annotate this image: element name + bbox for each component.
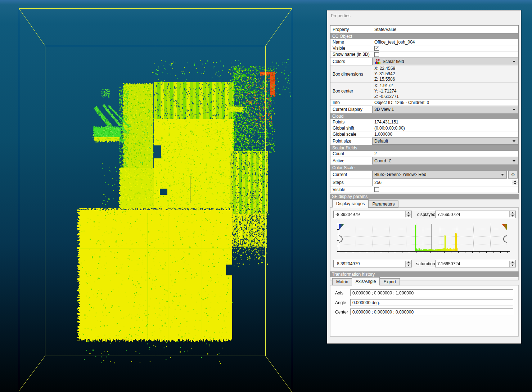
row-name: Name Office_test_josh_004 xyxy=(330,39,518,45)
saturation-min-spinbox[interactable]: -8.39204979 xyxy=(333,260,412,267)
spin-up-icon xyxy=(514,180,516,182)
saturation-max-value: 7.16650724 xyxy=(437,261,460,266)
spin-down-icon xyxy=(407,215,410,217)
panel-title: Properties xyxy=(331,13,351,18)
tab-parameters[interactable]: Parameters xyxy=(368,200,398,208)
sf-display-tabs: Display ranges Parameters xyxy=(332,199,398,208)
row-points: Points 174,431,151 xyxy=(330,119,518,125)
gear-icon: ⚙ xyxy=(511,172,515,177)
box-center-x: X: 1.9172 xyxy=(374,83,518,89)
current-display-value: 3D View 1 xyxy=(374,107,394,112)
section-transformation-history: Transformation history xyxy=(330,271,519,277)
spin-up-icon xyxy=(407,212,410,213)
spin-up-button[interactable] xyxy=(510,211,515,215)
display-min-value: -8.39204979 xyxy=(335,212,360,217)
section-color-scale: Color Scale xyxy=(330,165,518,171)
color-scale-visible-checkbox[interactable]: ✓ xyxy=(374,187,379,192)
box-center-z: Z: -0.612771 xyxy=(374,94,518,99)
section-sf-display-params: SF display params xyxy=(330,194,519,199)
saturation-label: saturation xyxy=(416,260,435,267)
spin-down-icon xyxy=(514,183,516,185)
row-visible: Visible ✓ xyxy=(330,45,518,51)
tab-display-ranges[interactable]: Display ranges xyxy=(332,199,369,208)
active-sf-dropdown[interactable]: Coord. Z xyxy=(372,157,518,165)
global-scale-value: 1.000000 xyxy=(372,131,518,137)
color-scale-dropdown[interactable]: Blue> Green> Yellow> Red xyxy=(372,171,507,179)
chevron-down-icon xyxy=(513,160,515,162)
box-dim-x: X: 22.4559 xyxy=(374,66,518,71)
row-label: Visible xyxy=(330,186,372,193)
visible-checkbox[interactable]: ✓ xyxy=(374,46,379,51)
scalar-field-icon: SF xyxy=(374,59,381,64)
row-box-dimensions: Box dimensions X: 22.4559 Y: 31.5942 Z: … xyxy=(330,66,518,83)
center-label: Center xyxy=(335,308,348,316)
display-min-spinbox[interactable]: -8.39204979 xyxy=(333,211,412,218)
section-scalar-fields: Scalar Fields xyxy=(330,145,518,151)
row-steps: Steps 256 xyxy=(330,179,518,186)
saturation-max-spinbox[interactable]: 7.16650724 xyxy=(435,260,516,267)
row-colors: Colors SF Scalar field xyxy=(330,58,518,66)
center-input[interactable]: 0.000000 ; 0.000000 ; 0.000000 xyxy=(350,308,513,315)
row-label: Points xyxy=(330,119,372,125)
show-name-checkbox[interactable]: ✓ xyxy=(374,52,379,57)
tab-export[interactable]: Export xyxy=(379,278,400,285)
section-cc-object: CC Object xyxy=(330,33,518,39)
displayed-label: displayed xyxy=(417,211,436,218)
steps-spinbox[interactable]: 256 xyxy=(372,179,518,186)
spin-down-button[interactable] xyxy=(510,215,515,217)
current-display-dropdown[interactable]: 3D View 1 xyxy=(372,106,518,113)
section-cloud: Cloud xyxy=(330,113,518,119)
row-box-center: Box center X: 1.9172 Y: -1.71274 Z: -0.6… xyxy=(330,83,518,100)
count-value: 2 xyxy=(372,151,518,157)
point-size-dropdown[interactable]: Default xyxy=(372,138,518,145)
row-count: Count 2 xyxy=(330,151,518,157)
row-label: Point size xyxy=(330,138,372,145)
spin-down-button[interactable] xyxy=(406,215,411,217)
spin-down-button[interactable] xyxy=(512,183,518,186)
spin-down-button[interactable] xyxy=(406,264,411,267)
chevron-down-icon xyxy=(513,61,515,63)
axis-input[interactable]: 0.000000 ; 0.000000 ; 1.000000 xyxy=(350,289,513,296)
tab-matrix[interactable]: Matrix xyxy=(332,278,352,285)
row-color-scale-visible: Visible ✓ xyxy=(330,186,518,193)
row-label: Visible xyxy=(330,45,372,51)
color-scale-settings-button[interactable]: ⚙ xyxy=(508,171,518,179)
row-point-size: Point size Default xyxy=(330,138,518,145)
colors-dropdown-value: Scalar field xyxy=(383,59,404,64)
color-scale-value: Blue> Green> Yellow> Red xyxy=(374,172,426,177)
checkmark-icon: ✓ xyxy=(375,46,378,50)
angle-input[interactable]: 0.000000 deg. xyxy=(350,299,513,306)
spin-down-button[interactable] xyxy=(510,264,515,267)
sf-histogram[interactable] xyxy=(332,221,516,257)
chevron-down-icon xyxy=(501,174,504,176)
properties-panel: Properties Property State/Value CC Objec… xyxy=(327,10,521,344)
spin-up-button[interactable] xyxy=(510,261,515,264)
info-value: Object ID: 1265 - Children: 0 xyxy=(372,100,518,105)
axis-label: Axis xyxy=(335,289,343,297)
row-label: Info xyxy=(330,100,372,105)
tab-axis-angle[interactable]: Axis/Angle xyxy=(352,277,380,285)
angle-label: Angle xyxy=(335,299,346,306)
spin-down-icon xyxy=(407,265,410,266)
row-label: Steps xyxy=(330,179,372,186)
colors-dropdown[interactable]: SF Scalar field xyxy=(372,58,518,65)
steps-value: 256 xyxy=(374,180,382,185)
spin-up-button[interactable] xyxy=(406,261,411,264)
row-label: Global scale xyxy=(330,131,372,137)
row-global-scale: Global scale 1.000000 xyxy=(330,131,518,138)
active-sf-value: Coord. Z xyxy=(374,158,391,163)
display-max-spinbox[interactable]: 7.16650724 xyxy=(435,211,516,218)
box-center-y: Y: -1.71274 xyxy=(374,89,518,94)
chevron-down-icon xyxy=(513,109,515,111)
chevron-down-icon xyxy=(513,140,515,142)
header-value: State/Value xyxy=(372,26,518,33)
spin-up-icon xyxy=(407,261,410,263)
spin-up-button[interactable] xyxy=(406,211,411,215)
row-global-shift: Global shift (0.00;0.00;0.00) xyxy=(330,125,518,131)
display-max-value: 7.16650724 xyxy=(437,212,460,217)
row-label: Current Display xyxy=(330,106,372,113)
spin-up-button[interactable] xyxy=(512,180,518,183)
header-property: Property xyxy=(330,26,372,33)
table-header-row: Property State/Value xyxy=(330,26,518,33)
points-value: 174,431,151 xyxy=(372,119,518,125)
